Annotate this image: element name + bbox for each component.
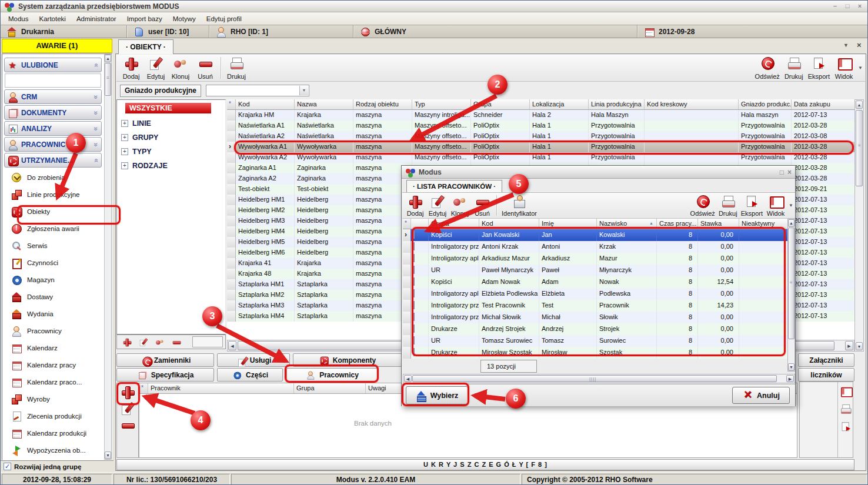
- minimize-button[interactable]: –: [830, 2, 840, 11]
- toolbar-button[interactable]: Usuń: [193, 55, 218, 81]
- row-checkbox-cell[interactable]: [411, 347, 429, 359]
- tab-uslugi[interactable]: Usługi: [217, 353, 290, 367]
- tab-specyfikacja[interactable]: Specyfikacja: [116, 368, 214, 382]
- toolbar-more-icon[interactable]: ▼: [789, 203, 793, 208]
- column-header[interactable]: Grupa: [429, 219, 479, 229]
- tree-expand-icon[interactable]: +: [121, 134, 128, 141]
- column-header[interactable]: Kod kreskowy: [645, 99, 739, 109]
- menu-item[interactable]: Motywy: [168, 14, 201, 24]
- row-checkbox[interactable]: [413, 266, 415, 274]
- sidebar-group-pracownicy[interactable]: PRACOWNICY »: [4, 137, 102, 152]
- tab-lista-pracownikow[interactable]: · LISTA PRACOWNIKÓW ·: [406, 180, 502, 192]
- employee-row[interactable]: Introligatorzy apl... Arkadiusz Mazur Ar…: [403, 253, 787, 265]
- sidebar-item[interactable]: Kalendarz: [4, 339, 102, 356]
- column-header[interactable]: Typ: [412, 99, 471, 109]
- context-profile[interactable]: GŁÓWNY: [353, 25, 637, 38]
- toolbar-button[interactable]: Drukuj: [782, 55, 806, 81]
- tab-komponenty[interactable]: Komponenty: [293, 353, 402, 367]
- table-vertical-scrollbar[interactable]: ▲ ≡ ▼: [854, 99, 864, 352]
- sidebar-item[interactable]: Kalendarz praco...: [4, 373, 102, 390]
- row-checkbox-cell[interactable]: [411, 300, 429, 312]
- table-row[interactable]: Naświetlarka A1 Naświetlarka maszyna Mas…: [227, 121, 854, 131]
- column-header[interactable]: Nieaktywny: [739, 219, 787, 229]
- table-row[interactable]: Wywoływarka A1 Wywoływarka maszyna Maszy…: [227, 142, 854, 152]
- employee-row[interactable]: Kopiści Adam Nowak Adam Nowak 8 12,54: [403, 276, 787, 288]
- row-checkbox[interactable]: [413, 325, 415, 333]
- row-selector-header[interactable]: *: [227, 99, 236, 109]
- toolbar-button[interactable]: Eksport: [739, 193, 764, 218]
- toolbar-button[interactable]: Widok: [764, 193, 787, 218]
- toolbar-button[interactable]: Edytuj: [426, 193, 449, 218]
- context-location[interactable]: Drukarnia: [1, 25, 127, 38]
- row-checkbox[interactable]: [413, 230, 415, 239]
- menu-item[interactable]: Kartoteki: [34, 14, 71, 24]
- tab-pracownicy[interactable]: Pracownicy: [286, 368, 378, 382]
- sidebar-group-dokumenty[interactable]: DOKUMENTY »: [4, 105, 102, 120]
- sidebar-item[interactable]: Wydania: [4, 305, 102, 322]
- sidebar-item[interactable]: Kalendarz produkcji: [4, 424, 102, 441]
- row-checkbox-cell[interactable]: [411, 312, 429, 323]
- table-row[interactable]: Naświetlarka A2 Naświetlarka maszyna Mas…: [227, 131, 854, 142]
- sidebar-scrollbar[interactable]: ▲ ≡ ▼: [104, 54, 112, 460]
- cancel-button[interactable]: Anuluj: [732, 387, 790, 404]
- sidebar-item[interactable]: Czynności: [4, 254, 102, 271]
- sidebar-item[interactable]: Wyroby: [4, 390, 102, 407]
- sidebar-item[interactable]: Kalendarz pracy: [4, 356, 102, 373]
- remove-icon[interactable]: [120, 418, 135, 432]
- hide-details-bar[interactable]: U K R Y J S Z C Z E G Ó Ł Y [ F 8 ]: [116, 459, 854, 470]
- row-checkbox[interactable]: [413, 313, 415, 321]
- dialog-close-button[interactable]: ×: [787, 168, 792, 176]
- sidebar-item[interactable]: Dostawy: [4, 288, 102, 305]
- context-user[interactable]: user [ID: 10]: [127, 25, 209, 38]
- employee-row[interactable]: Introligatorzy prz... Michał Słowik Mich…: [403, 312, 787, 323]
- alert-banner[interactable]: AWARIE (1): [2, 39, 112, 53]
- row-checkbox-cell[interactable]: [411, 265, 429, 276]
- table-row[interactable]: Krajarka HM Krajarka maszyna Maszyny int…: [227, 110, 854, 121]
- expand-one-group-checkbox[interactable]: ✓: [4, 463, 11, 470]
- row-selector-header[interactable]: *: [139, 383, 148, 393]
- toolbar-button[interactable]: Widok: [832, 55, 856, 81]
- row-checkbox[interactable]: [413, 348, 415, 356]
- column-header[interactable]: Imię: [539, 219, 597, 229]
- sidebar-item[interactable]: Wypożyczenia ob...: [4, 441, 102, 459]
- dialog-vertical-scrollbar[interactable]: ▲ ≡ ▼: [787, 219, 795, 372]
- tab-close-icon[interactable]: ×: [857, 41, 862, 49]
- employee-row[interactable]: Drukarze Mirosław Szostak Mirosław Szost…: [403, 347, 787, 359]
- printer-icon[interactable]: [839, 403, 852, 414]
- tree-expand-icon[interactable]: +: [121, 162, 128, 169]
- column-header[interactable]: Rodzaj obiektu: [353, 99, 412, 109]
- tree-node-wszystkie[interactable]: WSZYSTKIE: [125, 103, 211, 113]
- tree-node[interactable]: + TYPY: [121, 148, 225, 156]
- column-header[interactable]: Grupa: [471, 99, 530, 109]
- row-checkbox[interactable]: [413, 336, 415, 344]
- close-button[interactable]: ×: [854, 2, 865, 11]
- sidebar-item[interactable]: Do zrobienia: [4, 169, 102, 186]
- row-checkbox-cell[interactable]: [411, 229, 429, 241]
- identifier-button[interactable]: Identyfikator: [500, 193, 539, 218]
- column-header[interactable]: Lokalizacja: [530, 99, 589, 109]
- context-company[interactable]: RHO [ID: 1]: [209, 25, 353, 38]
- sidebar-item[interactable]: Linie produkcyjne: [4, 186, 102, 203]
- edit-icon[interactable]: [139, 337, 148, 346]
- sidebar-item[interactable]: Magazyn: [4, 271, 102, 288]
- row-checkbox-cell[interactable]: [411, 323, 429, 335]
- tab-dropdown-icon[interactable]: ▼: [843, 42, 849, 48]
- toolbar-button[interactable]: Odśwież: [689, 193, 717, 218]
- employee-row[interactable]: UR Tomasz Surowiec Tomasz Surowiec 8 0,0…: [403, 335, 787, 347]
- menu-item[interactable]: Modus: [3, 14, 34, 24]
- menu-item[interactable]: Administrator: [71, 14, 122, 24]
- tab-zamienniki[interactable]: Zamienniki: [116, 353, 214, 367]
- select-button[interactable]: Wybierz: [406, 386, 468, 404]
- maximize-button[interactable]: □: [842, 2, 853, 11]
- tree-node[interactable]: + RODZAJE: [121, 162, 225, 170]
- edit-icon[interactable]: [120, 402, 135, 416]
- column-header[interactable]: Gniazdo produkc...: [739, 99, 792, 109]
- column-header[interactable]: Stawka: [698, 219, 739, 229]
- column-header[interactable]: Pracownik: [148, 383, 294, 393]
- add-icon[interactable]: [120, 385, 135, 399]
- employee-row[interactable]: Drukarze Andrzej Strojek Andrzej Strojek…: [403, 323, 787, 335]
- row-checkbox[interactable]: [413, 254, 415, 262]
- tree-expand-icon[interactable]: +: [121, 120, 128, 127]
- column-header-sorted[interactable]: Nazwisko: [597, 219, 657, 229]
- employee-row[interactable]: UR Paweł Młynarczyk Paweł Młynarczyk 8 0…: [403, 265, 787, 276]
